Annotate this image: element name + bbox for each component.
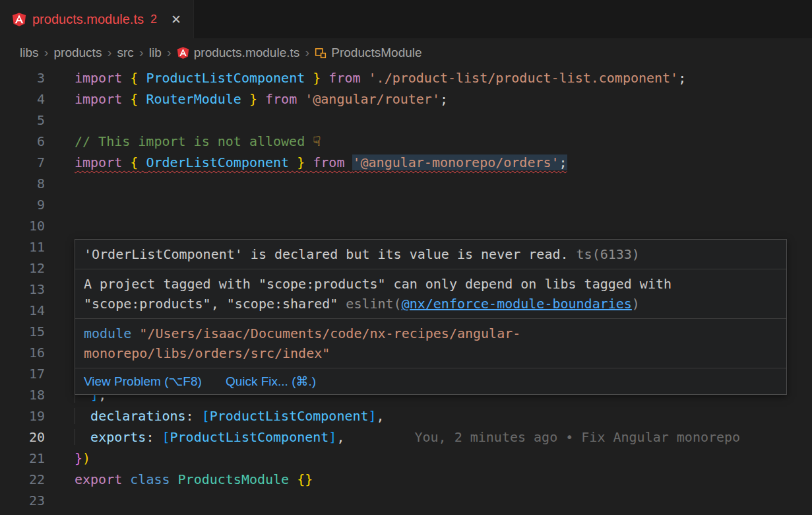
line-content: export class ProductsModule {} — [75, 469, 313, 490]
code-line-19[interactable]: 19 declarations: [ProductListComponent], — [0, 405, 812, 427]
line-number[interactable]: 6 — [0, 131, 45, 152]
view-problem-action[interactable]: View Problem (⌥F8) — [84, 374, 202, 389]
code-token: ProductsModule — [178, 471, 297, 487]
code-token: : — [186, 408, 202, 424]
line-number[interactable]: 5 — [0, 110, 45, 131]
breadcrumb-item-src[interactable]: src — [117, 46, 133, 60]
tab-products-module[interactable]: products.module.ts 2 ✕ — [0, 0, 194, 38]
code-line-23[interactable]: 23 — [0, 490, 812, 511]
line-number[interactable]: 15 — [0, 321, 45, 342]
code-line-22[interactable]: 22export class ProductsModule {} — [0, 469, 812, 490]
breadcrumb-separator: › — [44, 44, 49, 60]
code-token: // This import is not allowed — [75, 133, 313, 149]
code-line-9[interactable]: 9 — [0, 194, 812, 215]
line-number[interactable]: 23 — [0, 490, 45, 511]
line-number[interactable]: 21 — [0, 448, 45, 469]
hover-text: monorepo/libs/orders/src/index" — [84, 345, 330, 361]
code-line-4[interactable]: 4import { RouterModule } from '@angular/… — [0, 88, 812, 110]
code-token: {} — [297, 471, 313, 487]
code-token: from — [313, 154, 352, 170]
code-token: } — [75, 450, 82, 466]
code-line-21[interactable]: 21}) — [0, 448, 812, 469]
code-token: class — [130, 471, 177, 487]
line-number[interactable]: 7 — [0, 152, 45, 173]
code-token: from — [328, 70, 368, 86]
line-number[interactable]: 13 — [0, 279, 45, 300]
code-token: ) — [82, 450, 90, 466]
hover-text: module — [84, 326, 139, 341]
line-number[interactable]: 20 — [0, 427, 45, 448]
code-token: './product-list/product-list.component' — [369, 70, 679, 86]
code-token: ; — [440, 91, 448, 107]
line-number[interactable]: 9 — [0, 194, 45, 215]
line-number[interactable]: 17 — [0, 363, 45, 384]
code-token: : — [146, 429, 162, 445]
hover-text: ) — [632, 296, 640, 312]
tab-label: products.module.ts — [32, 12, 144, 27]
code-line-10[interactable]: 10 — [0, 215, 812, 236]
code-token: declarations — [90, 408, 186, 424]
line-number[interactable]: 19 — [0, 405, 45, 427]
angular-icon — [12, 12, 26, 27]
line-number[interactable]: 4 — [0, 88, 45, 110]
code-token: } — [241, 91, 265, 107]
line-number[interactable]: 3 — [0, 67, 45, 88]
breadcrumb-item-libs[interactable]: libs — [20, 46, 39, 60]
hover-text: A project tagged with "scope:products" c… — [84, 276, 671, 292]
breadcrumb-item-products[interactable]: products — [54, 46, 102, 60]
breadcrumb-item-products.module.ts[interactable]: products.module.ts — [177, 46, 300, 60]
hover-text: eslint( — [346, 296, 401, 312]
code-token: OrderListComponent — [146, 154, 289, 170]
code-token: '@angular-monorepo/orders' — [352, 154, 559, 170]
editor[interactable]: 3import { ProductListComponent } from '.… — [0, 67, 812, 511]
line-number[interactable]: 11 — [0, 236, 45, 258]
line-number[interactable]: 10 — [0, 215, 45, 236]
code-token: } — [289, 154, 313, 170]
code-token: ] — [369, 408, 377, 424]
line-number[interactable]: 16 — [0, 342, 45, 363]
hover-section-eslint-diagnostic: A project tagged with "scope:products" c… — [75, 269, 786, 319]
hover-line: "scope:products", "scope:shared" eslint(… — [84, 294, 778, 314]
code-line-3[interactable]: 3import { ProductListComponent } from '.… — [0, 67, 812, 88]
class-icon — [315, 47, 327, 59]
code-token: ] — [328, 429, 336, 445]
code-token: '@angular/router' — [305, 91, 440, 107]
angular-icon — [177, 46, 189, 59]
hover-text: "scope:products", "scope:shared" — [84, 296, 346, 312]
code-token: import — [75, 91, 130, 107]
breadcrumb-label: products.module.ts — [194, 46, 300, 60]
breadcrumb-item-productsmodule[interactable]: ProductsModule — [315, 46, 422, 60]
code-token: { — [130, 154, 146, 170]
breadcrumb-item-lib[interactable]: lib — [149, 46, 162, 60]
hover-widget: 'OrderListComponent' is declared but its… — [75, 239, 787, 395]
code-line-7[interactable]: 7import { OrderListComponent } from '@an… — [0, 152, 812, 173]
quick-fix-action[interactable]: Quick Fix... (⌘.) — [226, 374, 316, 389]
line-content: exports: [ProductListComponent],You, 2 m… — [75, 427, 740, 448]
code-token: export — [75, 471, 130, 487]
line-content: import { ProductListComponent } from './… — [75, 67, 686, 88]
code-line-6[interactable]: 6// This import is not allowed ☟ — [0, 131, 812, 152]
vscode-window: products.module.ts 2 ✕ libs›products›src… — [0, 0, 812, 511]
code-token: ProductListComponent — [210, 408, 369, 424]
hover-line: 'OrderListComponent' is declared but its… — [84, 244, 778, 264]
code-line-20[interactable]: 20 exports: [ProductListComponent],You, … — [0, 427, 812, 448]
close-icon[interactable]: ✕ — [171, 12, 181, 26]
eslint-rule-link[interactable]: @nx/enforce-module-boundaries — [402, 296, 632, 312]
code-line-5[interactable]: 5 — [0, 110, 812, 131]
line-number[interactable]: 12 — [0, 258, 45, 279]
line-number[interactable]: 18 — [0, 384, 45, 405]
code-token: ☟ — [313, 133, 321, 149]
code-token: { — [130, 91, 146, 107]
hover-line: monorepo/libs/orders/src/index" — [84, 343, 778, 363]
line-number[interactable]: 14 — [0, 300, 45, 321]
hover-line: A project tagged with "scope:products" c… — [84, 274, 778, 294]
code-token: , — [336, 429, 344, 445]
hover-section-module-info: module "/Users/isaac/Documents/code/nx-r… — [75, 319, 786, 368]
hover-section-ts-diagnostic: 'OrderListComponent' is declared but its… — [75, 240, 786, 269]
line-number[interactable]: 8 — [0, 173, 45, 194]
code-token: { — [130, 70, 146, 86]
line-number[interactable]: 22 — [0, 469, 45, 490]
line-content: declarations: [ProductListComponent], — [75, 405, 385, 427]
breadcrumb-label: products — [54, 46, 102, 60]
code-line-8[interactable]: 8 — [0, 173, 812, 194]
